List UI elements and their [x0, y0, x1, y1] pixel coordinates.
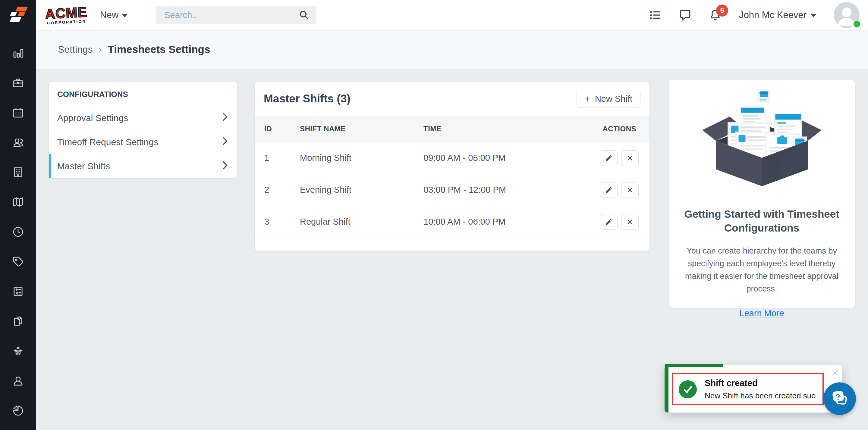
- edit-shift-button[interactable]: [600, 182, 618, 198]
- toast-message: New Shift has been created successf: [705, 391, 816, 400]
- cubes-icon: [12, 345, 24, 357]
- delete-x-icon: [626, 218, 634, 226]
- cell-actions: [592, 214, 650, 230]
- config-item-timeoff-request-settings[interactable]: Timeoff Request Settings: [49, 130, 237, 154]
- app-logo[interactable]: [0, 0, 36, 30]
- edit-shift-button[interactable]: [600, 150, 618, 166]
- edit-pencil-icon: [605, 186, 613, 194]
- config-item-label: Master Shifts: [57, 161, 110, 171]
- cell-time: 03:00 PM - 12:00 PM: [424, 185, 592, 195]
- delete-shift-button[interactable]: [621, 182, 639, 198]
- top-bar: ACME CORPORATION New 5 Jo: [36, 0, 868, 30]
- config-item-master-shifts[interactable]: Master Shifts: [49, 154, 237, 178]
- documents-icon: [12, 315, 24, 328]
- company-logo-text: ACME: [45, 5, 88, 21]
- bar-chart-icon: [12, 47, 24, 59]
- cell-actions: [592, 182, 650, 198]
- getting-started-illustration: [669, 80, 855, 194]
- config-item-approval-settings[interactable]: Approval Settings: [49, 106, 237, 130]
- chevron-down-icon: [122, 14, 127, 18]
- chevron-right-icon: [221, 160, 229, 172]
- cell-shift-name: Evening Shift: [300, 185, 424, 195]
- cell-actions: [592, 150, 650, 166]
- building-icon: [12, 166, 24, 178]
- edit-pencil-icon: [605, 154, 613, 162]
- getting-started-card: Getting Started with Timesheet Configura…: [669, 80, 855, 308]
- team-icon: [12, 136, 24, 149]
- table-row: 2Evening Shift03:00 PM - 12:00 PM: [255, 174, 650, 206]
- sidebar-item-documents[interactable]: [0, 306, 36, 336]
- user-menu[interactable]: John Mc Keever: [739, 10, 816, 21]
- clock-icon: [12, 226, 24, 238]
- breadcrumb-settings[interactable]: Settings: [58, 44, 93, 55]
- cell-id: 1: [255, 153, 300, 163]
- sidebar-item-calendar[interactable]: [0, 98, 36, 127]
- toast-close-icon[interactable]: ×: [832, 367, 838, 378]
- map-icon: [12, 196, 24, 208]
- sidebar-item-team[interactable]: [0, 127, 36, 157]
- page-title: Timesheets Settings: [108, 43, 210, 56]
- sidebar-item-building[interactable]: [0, 157, 36, 187]
- list-icon: [649, 9, 661, 21]
- chevron-down-icon: [811, 14, 816, 18]
- search-input[interactable]: [156, 10, 299, 20]
- cell-time: 09:00 AM - 05:00 PM: [424, 153, 592, 163]
- success-check-icon: [679, 380, 697, 398]
- configurations-panel: CONFIGURATIONS Approval SettingsTimeoff …: [49, 82, 237, 178]
- chat-button[interactable]: [679, 9, 691, 21]
- cell-time: 10:00 AM - 06:00 PM: [424, 217, 592, 227]
- briefcase-icon: [12, 76, 24, 89]
- new-menu-label: New: [100, 10, 119, 21]
- cell-id: 3: [255, 217, 300, 227]
- chevron-right-icon: [221, 112, 229, 124]
- configurations-title: CONFIGURATIONS: [49, 82, 237, 106]
- new-shift-button[interactable]: + New Shift: [577, 90, 641, 108]
- shifts-table: 1Morning Shift09:00 AM - 05:00 PM2Evenin…: [255, 142, 650, 238]
- learn-more-link[interactable]: Learn More: [669, 308, 855, 318]
- sidebar-item-pie-chart[interactable]: [0, 396, 36, 426]
- breadcrumb: Settings › Timesheets Settings: [36, 30, 868, 69]
- getting-started-title: Getting Started with Timesheet Configura…: [669, 207, 855, 235]
- task-list-button[interactable]: [649, 9, 661, 21]
- shifts-table-header: IDSHIFT NAMETIMEACTIONS: [255, 115, 650, 142]
- sidebar-item-map[interactable]: [0, 187, 36, 217]
- config-item-label: Timeoff Request Settings: [57, 137, 158, 147]
- config-item-label: Approval Settings: [57, 113, 128, 123]
- sidebar-item-tag[interactable]: [0, 246, 36, 276]
- company-logo[interactable]: ACME CORPORATION: [45, 5, 88, 25]
- svg-text:?: ?: [835, 392, 841, 401]
- pie-chart-icon: [12, 404, 24, 417]
- help-chat-button[interactable]: ?: [824, 383, 856, 415]
- delete-shift-button[interactable]: [621, 214, 639, 230]
- app-sidebar: [0, 0, 36, 430]
- shift-created-toast: × Shift created New Shift has been creat…: [664, 365, 842, 412]
- topbar-actions: 5 John Mc Keever: [649, 2, 868, 28]
- master-shifts-header: Master Shifts (3) + New Shift: [255, 82, 650, 115]
- sidebar-item-user[interactable]: [0, 366, 36, 396]
- sidebar-item-briefcase[interactable]: [0, 68, 36, 98]
- toast-title: Shift created: [705, 378, 816, 388]
- table-row: 1Morning Shift09:00 AM - 05:00 PM: [255, 142, 650, 174]
- global-search: [156, 6, 316, 24]
- cell-shift-name: Regular Shift: [300, 217, 424, 227]
- breadcrumb-separator: ›: [99, 44, 102, 55]
- new-menu-button[interactable]: New: [100, 10, 127, 21]
- sidebar-item-clock[interactable]: [0, 217, 36, 246]
- table-row: 3Regular Shift10:00 AM - 06:00 PM: [255, 206, 650, 238]
- sidebar-item-calculator[interactable]: [0, 276, 36, 306]
- toast-progress-bar: [664, 364, 723, 367]
- edit-shift-button[interactable]: [600, 214, 618, 230]
- edit-pencil-icon: [605, 218, 613, 226]
- help-icon: ?: [830, 389, 849, 408]
- user-name: John Mc Keever: [739, 10, 807, 21]
- zig-logo-icon: [7, 4, 29, 26]
- calendar-icon: [12, 106, 24, 119]
- notifications-button[interactable]: 5: [709, 9, 721, 21]
- sidebar-item-bar-chart[interactable]: [0, 38, 36, 68]
- annotation-highlight-box: Shift created New Shift has been created…: [672, 373, 824, 405]
- search-icon[interactable]: [299, 10, 310, 21]
- sidebar-item-cubes[interactable]: [0, 336, 36, 366]
- tag-icon: [12, 255, 24, 268]
- delete-shift-button[interactable]: [621, 150, 639, 166]
- avatar[interactable]: [834, 2, 860, 28]
